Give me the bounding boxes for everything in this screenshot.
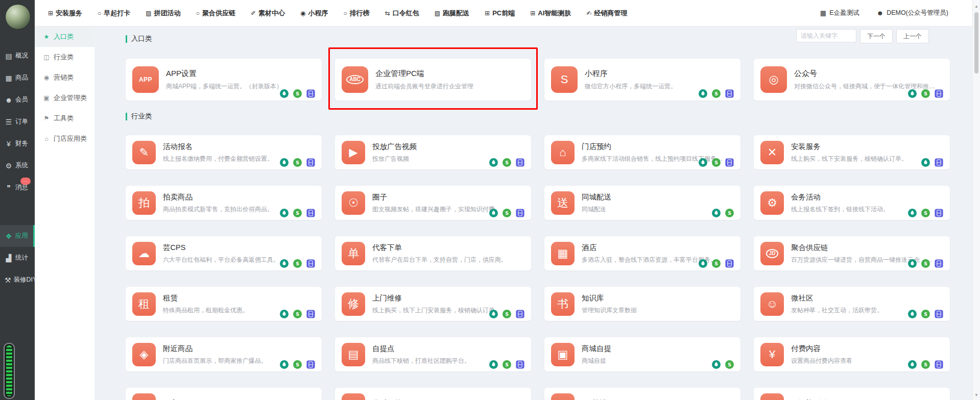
miniprogram-icon[interactable]: S (921, 310, 930, 318)
wap-icon[interactable]: WAP (935, 158, 943, 167)
android-icon[interactable] (908, 209, 917, 217)
app-card-ad-video[interactable]: ▶投放广告视频投放广告视频SWAP (335, 135, 531, 169)
topbar-workspace[interactable]: ▦E企盈测试 (820, 9, 859, 17)
android-icon[interactable] (280, 360, 289, 369)
app-card-paid-content[interactable]: ¥付费内容设置商品付费内容查看SWAP (754, 337, 950, 371)
miniprogram-icon[interactable]: S (921, 209, 930, 217)
app-card-micro-community[interactable]: ☺微社区发帖种草，社交互动，活跃带货。SWAP (754, 287, 950, 321)
android-icon[interactable] (908, 310, 917, 318)
catnav-item-tools-category[interactable]: ⚑工具类 (35, 108, 94, 129)
scroll-up-icon[interactable]: ▲ (973, 3, 980, 10)
topnav-item-material-center[interactable]: ✐素材中心 (251, 9, 285, 18)
app-card-store-booking[interactable]: ⌂门店预约多商家线下活动组合销售，线上预约项目线下服务核销。SWAP (544, 135, 740, 169)
scrollbar-thumb[interactable] (974, 12, 978, 73)
wap-icon[interactable]: WAP (935, 89, 943, 98)
app-card-miniprogram[interactable]: S小程序微信官方小程序，多端统一运营。SWAP (544, 59, 740, 101)
android-icon[interactable] (280, 158, 289, 167)
app-card-order-for-customer[interactable]: 单代客下单代替客户在后台下单，支持自营，门店，供应商。 (335, 236, 531, 270)
app-card-yun-cps[interactable]: ☁芸CPS六大平台红包福利，平台必备高返佣工具。SWAP (126, 236, 322, 270)
wap-icon[interactable]: WAP (935, 209, 943, 217)
wap-icon[interactable]: WAP (306, 310, 315, 318)
sidebar-item-goods[interactable]: ▦商品 (0, 67, 35, 89)
app-card-ai-skin-test[interactable]: AIAI智能测肤 (754, 388, 950, 400)
catnav-item-entry-category[interactable]: ★入口类 (35, 27, 94, 47)
scroll-down-icon[interactable]: ▼ (973, 392, 980, 399)
topnav-item-ai-skin-test[interactable]: ⊞AI智能测肤 (530, 9, 571, 18)
sidebar-item-messages[interactable]: ❞消息... (0, 177, 35, 198)
android-icon[interactable] (280, 259, 289, 268)
miniprogram-icon[interactable]: S (293, 158, 302, 167)
app-card-knowledge-base[interactable]: 书知识库管理知识库文章数据 (544, 287, 740, 321)
next-button[interactable]: 下一个 (860, 29, 893, 43)
android-icon[interactable] (699, 259, 707, 268)
miniprogram-icon[interactable]: S (293, 259, 302, 268)
app-card-nearby-goods[interactable]: ◈附近商品门店商品首页展示，帮商家推广爆品。SWAP (126, 337, 322, 371)
topnav-item-password-red-packet[interactable]: ⇆口令红包 (385, 9, 419, 18)
android-icon[interactable] (712, 209, 721, 217)
app-card-rental[interactable]: 租租赁特殊商品租用，租期租金优惠。SWAP (126, 287, 322, 321)
catnav-item-marketing-category[interactable]: ◉营销类 (35, 67, 94, 88)
miniprogram-icon[interactable]: S (293, 310, 302, 318)
app-card-hotel[interactable]: ▦酒店多酒店入驻，整合线下酒店资源，丰富平台服务。SWAP (544, 236, 740, 270)
app-card-app-settings[interactable]: APPAPP设置商城APP端，多端统一运营。（封装版本）SWAP (126, 59, 322, 101)
sidebar-item-members[interactable]: ☻会员 (0, 89, 35, 111)
android-icon[interactable] (489, 360, 498, 369)
app-card-pc-frontend[interactable]: PCPC前端 (544, 388, 740, 400)
android-icon[interactable] (489, 209, 498, 217)
miniprogram-icon[interactable]: S (921, 259, 930, 268)
topnav-item-pc-frontend[interactable]: ⊞PC前端 (485, 9, 515, 18)
android-icon[interactable] (699, 89, 707, 98)
sidebar-item-overview[interactable]: ▤概况 (0, 45, 35, 67)
app-card-supply-chain[interactable]: JD聚合供应链百万货源供应一键进货，自营商品一键推送云仓，采销…SWAP (754, 236, 950, 270)
android-icon[interactable] (908, 259, 917, 268)
topnav-item-errand-delivery[interactable]: ▨跑腿配送 (435, 9, 469, 18)
topnav-item-miniprogram[interactable]: ◉小程序 (300, 9, 328, 18)
app-card-pickup-point[interactable]: ▤自提点商品线下核销，打造社区团购平台。SWAP (335, 337, 531, 371)
topnav-item-group-buy-activity[interactable]: ▨拼团活动 (146, 9, 180, 18)
wap-icon[interactable]: WAP (725, 259, 734, 268)
miniprogram-icon[interactable]: S (293, 209, 302, 217)
catnav-item-store-app-category[interactable]: ⌂门店应用类 (35, 129, 94, 149)
catnav-item-enterprise-category[interactable]: ▣企业管理类 (35, 88, 94, 108)
android-icon[interactable] (280, 89, 289, 98)
miniprogram-icon[interactable]: S (921, 89, 930, 98)
wap-icon[interactable]: WAP (725, 158, 734, 167)
sidebar-item-statistics[interactable]: ▟统计 (0, 247, 35, 269)
app-card-official-account[interactable]: ◎公众号对接微信公众号，链接商城，便于一体化管理和推广。SWAP (754, 59, 950, 101)
wap-icon[interactable]: WAP (516, 158, 524, 167)
android-icon[interactable] (489, 158, 498, 167)
miniprogram-icon[interactable]: S (503, 209, 511, 217)
app-card-circle[interactable]: ☉圈子图文视频发帖，搭建兴趣圈子，实现知识付费。SWAP (335, 186, 531, 220)
android-icon[interactable] (908, 360, 917, 369)
topnav-item-supply-chain[interactable]: ○聚合供应链 (196, 9, 235, 18)
miniprogram-icon[interactable]: S (503, 158, 511, 167)
sidebar-item-apps[interactable]: ❖应用 (0, 225, 35, 247)
wap-icon[interactable]: WAP (935, 259, 943, 268)
app-card-conference-activity[interactable]: ⚙会务活动线上报名线下签到，链接线下活动。SWAP (754, 186, 950, 220)
wap-icon[interactable]: WAP (935, 360, 943, 369)
miniprogram-icon[interactable]: S (712, 259, 721, 268)
app-card-auction-goods[interactable]: 拍拍卖商品商品拍卖模式新零售，竞拍出价得商品。SWAP (126, 186, 322, 220)
topbar-user[interactable]: ☻DEMO(公众号管理员) (876, 9, 948, 17)
android-icon[interactable] (699, 158, 707, 167)
wap-icon[interactable]: WAP (516, 310, 524, 318)
sidebar-item-finance[interactable]: ¥财务 (0, 133, 35, 155)
vertical-scrollbar[interactable]: ▲ ▼ (972, 0, 980, 400)
topnav-item-install-service[interactable]: ⊞安装服务 (48, 9, 82, 18)
app-card-door-repair[interactable]: 修上门维修线上购买，线下上门安装服务，核销确认订单。SWAP (335, 287, 531, 321)
miniprogram-icon[interactable]: S (712, 158, 721, 167)
app-card-city-delivery[interactable]: 送同城配送同城配送S (544, 186, 740, 220)
app-card-enterprise-pc[interactable]: ABC企业管理PC端通过前端会员账号登录进行企业管理 (335, 59, 531, 101)
search-input[interactable] (796, 29, 856, 42)
android-icon[interactable] (489, 310, 498, 318)
wap-icon[interactable]: WAP (306, 209, 315, 217)
prev-button[interactable]: 上一个 (896, 29, 929, 43)
wap-icon[interactable]: WAP (306, 259, 315, 268)
wap-icon[interactable]: WAP (306, 89, 315, 98)
wap-icon[interactable]: WAP (935, 310, 943, 318)
miniprogram-icon[interactable]: S (293, 89, 302, 98)
android-icon[interactable] (712, 360, 721, 369)
android-icon[interactable] (908, 89, 917, 98)
miniprogram-icon[interactable]: S (503, 310, 511, 318)
app-card-manufacturer[interactable]: 厂厂家 (126, 388, 322, 400)
